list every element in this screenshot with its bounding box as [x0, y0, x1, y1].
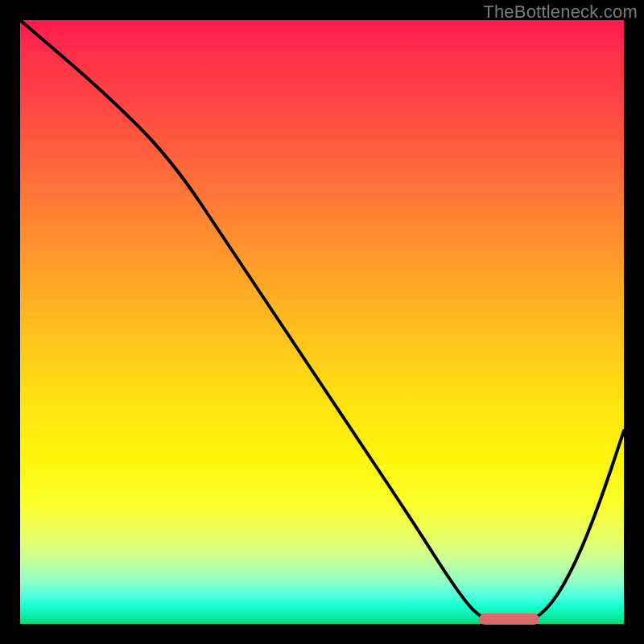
bottleneck-curve — [20, 20, 624, 624]
chart-frame — [20, 20, 624, 624]
optimal-range-marker — [479, 613, 539, 625]
watermark-text: TheBottleneck.com — [483, 2, 638, 23]
